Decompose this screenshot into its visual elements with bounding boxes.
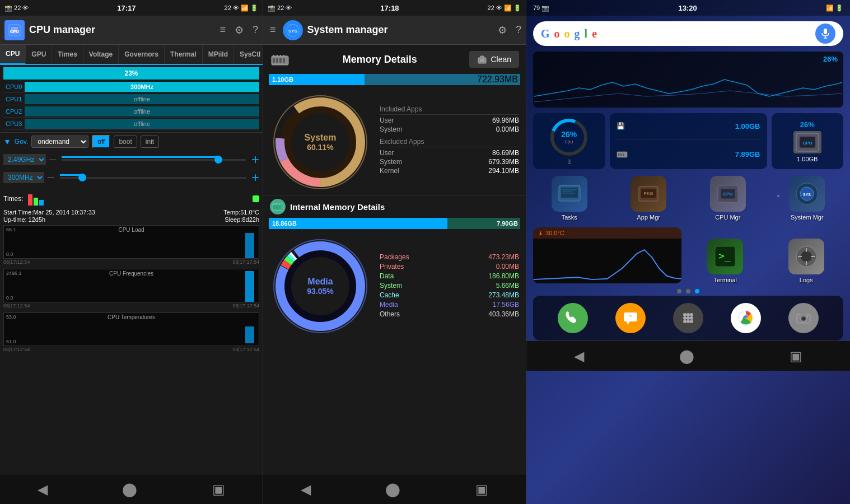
recent-button-2[interactable]: ▣: [466, 477, 497, 502]
camera-dock-icon[interactable]: [788, 303, 819, 333]
clean-button[interactable]: Clean: [469, 51, 519, 68]
messages-dock-icon[interactable]: ": [615, 303, 646, 333]
cpu-load-chart-area: 66.1 0.0 CPU Load: [3, 225, 259, 259]
svg-rect-13: [283, 55, 284, 57]
system-manager-menu-icon[interactable]: ≡: [268, 24, 278, 36]
cpu-chip-widget: 26% CPU 1.00GB: [772, 113, 844, 169]
system-int-value: 5.66MB: [496, 282, 519, 290]
freq-min-slider-track[interactable]: [60, 177, 246, 179]
tab-sysctl[interactable]: SysCtl: [234, 45, 263, 64]
back-button-2[interactable]: ◀: [292, 477, 320, 502]
topbar-icons-2[interactable]: ⚙ ?: [498, 24, 521, 36]
topbar-icons-1[interactable]: ≡ ⚙ ?: [219, 24, 258, 36]
recent-button-1[interactable]: ▣: [203, 477, 234, 502]
freq-max-thumb[interactable]: [214, 156, 222, 164]
sysmgr-app[interactable]: SYS System Mgr: [771, 176, 844, 221]
settings-icon-2[interactable]: ⚙: [498, 24, 507, 36]
svg-rect-60: [561, 188, 578, 198]
internal-bar: 18.86GB 7.90GB: [269, 218, 520, 229]
times-bar-blue: [39, 200, 44, 206]
page-dot-2[interactable]: [686, 289, 690, 293]
menu-icon-1[interactable]: ≡: [219, 24, 226, 36]
tab-thermal[interactable]: Thermal: [165, 45, 203, 64]
system-manager-icon: SYS: [283, 20, 303, 40]
tab-mpiild[interactable]: MPiild: [203, 45, 234, 64]
page-dot-1[interactable]: [677, 289, 681, 293]
statusbar-time-2: 17:18: [380, 4, 399, 12]
freq-min-minus[interactable]: —: [48, 174, 54, 181]
tab-cpu[interactable]: CPU: [0, 45, 26, 64]
google-search-bar[interactable]: G o o g l e: [533, 21, 843, 46]
svg-rect-26: [273, 206, 275, 209]
home-recent-button[interactable]: ▣: [781, 344, 811, 368]
gov-init-button[interactable]: init: [141, 136, 159, 148]
tab-voltage[interactable]: Voltage: [83, 45, 119, 64]
cpu-circle-text: cpu: [561, 139, 577, 144]
logs-app[interactable]: Logs: [769, 239, 844, 283]
help-icon-2[interactable]: ?: [516, 24, 521, 36]
system-donut-main: System: [305, 133, 337, 143]
tasks-app[interactable]: Tasks: [533, 176, 606, 221]
page-dot-3[interactable]: [695, 289, 699, 293]
governor-select[interactable]: ondemand performance powersave: [31, 136, 88, 148]
terminal-app[interactable]: >_ Terminal: [688, 239, 763, 283]
appmgr-app[interactable]: PKG App Mgr: [613, 176, 685, 221]
freq-max-minus[interactable]: —: [49, 156, 56, 164]
cpu-progress-area: 23% CPU0 300MHz CPU1 offline CPU2 offlin…: [0, 65, 263, 132]
svg-text:PKG: PKG: [644, 191, 653, 196]
system-int-label: System: [380, 282, 402, 290]
cpumgr-app[interactable]: CPU CPU Mgr: [692, 176, 764, 221]
ram-used-label: 1.10GB: [272, 76, 293, 83]
back-button-1[interactable]: ◀: [29, 477, 57, 502]
system-donut-section: System 60.11% Included Apps User 69.96MB…: [263, 90, 526, 195]
cpu-load-time-start: 06|17:12:54: [3, 259, 30, 265]
home-button-2[interactable]: ⬤: [376, 477, 409, 502]
freq-min-thumb[interactable]: [78, 174, 86, 181]
google-g: G: [541, 27, 550, 40]
apps-dock-icon[interactable]: [673, 303, 703, 333]
included-apps-header: Included Apps: [380, 105, 519, 115]
chrome-dock-icon[interactable]: [731, 303, 761, 333]
others-row: Others 403.36MB: [380, 310, 519, 318]
tab-times[interactable]: Times: [52, 45, 83, 64]
page-dots: [526, 289, 850, 293]
home-home-button[interactable]: ⬤: [670, 344, 703, 368]
svg-rect-28: [279, 206, 281, 209]
gov-boot-button[interactable]: boot: [114, 136, 137, 148]
help-icon-1[interactable]: ?: [253, 24, 258, 36]
cpu-freq-time-row: 06|17:12:54 06|17:17:54: [3, 302, 259, 309]
cpu-manager-panel: 📸 22 👁 17:17 22 👁 📶 🔋 CPU CPU manager ≡ …: [0, 0, 263, 504]
uptime-value: Up-time: 12d5h: [3, 216, 45, 223]
tab-governors[interactable]: Governors: [119, 45, 165, 64]
svg-rect-53: [618, 153, 620, 156]
excluded-apps-header: Excluded Apps: [380, 138, 519, 147]
media-row: Media 17.56GB: [380, 301, 519, 309]
tab-gpu[interactable]: GPU: [26, 45, 52, 64]
settings-icon-1[interactable]: ⚙: [235, 24, 244, 36]
media-donut-main: Media: [307, 277, 333, 287]
freq-max-select[interactable]: 2.49GHz: [3, 154, 46, 165]
internal-used-label: 18.86GB: [272, 220, 297, 227]
cpu2-label: CPU2: [3, 108, 25, 115]
gov-off-button[interactable]: off: [92, 135, 110, 148]
mic-button[interactable]: [815, 24, 835, 44]
freq-max-plus[interactable]: +: [251, 152, 259, 167]
phone-dock-icon[interactable]: [558, 303, 588, 333]
statusbar-time-1: 17:17: [117, 4, 136, 12]
home-back-button[interactable]: ◀: [565, 344, 593, 368]
sysmgr-icon-img: SYS: [789, 176, 825, 212]
svg-point-90: [683, 320, 686, 323]
freq-max-slider-track[interactable]: [62, 159, 246, 161]
cache-value: 273.48MB: [488, 291, 519, 299]
data-value: 186.80MB: [488, 272, 519, 280]
packages-label: Packages: [380, 253, 409, 261]
freq-min-plus[interactable]: +: [251, 170, 259, 185]
home-button-1[interactable]: ⬤: [113, 477, 146, 502]
stats-section: Start Time:Mar 25, 2014 10:37:33 Temp:51…: [0, 208, 263, 224]
gov-dropdown-icon[interactable]: ▼: [3, 137, 11, 146]
cpu-freq-chart: 2496.1 0.0 CPU Frequencies 06|17:12:54 0…: [3, 269, 259, 309]
freq-min-select[interactable]: 300MHz: [3, 172, 44, 183]
storage-info-icon: [617, 150, 628, 161]
svg-rect-11: [277, 55, 278, 57]
temp-value: Temp:51.0°C: [223, 209, 259, 216]
